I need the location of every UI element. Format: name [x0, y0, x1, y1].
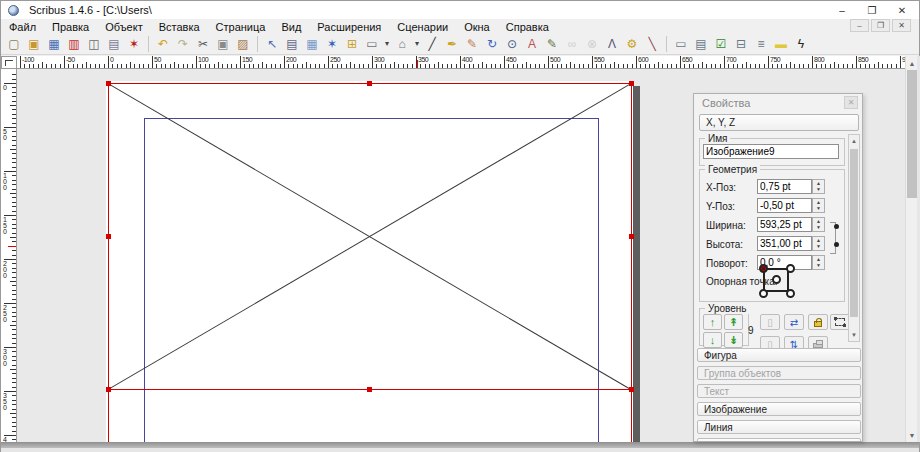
- rotation-spinner[interactable]: ▲▼: [812, 255, 825, 270]
- story-editor-icon[interactable]: ✎: [542, 35, 562, 53]
- menu-item-object[interactable]: Объект: [97, 21, 150, 33]
- basepoint-bottom-left[interactable]: [759, 289, 768, 298]
- mdi-restore-button[interactable]: ❐: [871, 19, 890, 32]
- basepoint-top-left[interactable]: [759, 264, 768, 273]
- print-icon[interactable]: ◫: [84, 35, 104, 53]
- insert-bezier-icon[interactable]: ✒: [442, 35, 462, 53]
- basepoint-selector[interactable]: [759, 264, 795, 298]
- handle-mid-right[interactable]: [629, 234, 634, 239]
- insert-polygon-icon[interactable]: ⌂: [392, 35, 412, 53]
- pdf-checkbox-icon[interactable]: ☑: [711, 35, 731, 53]
- ypos-spinner[interactable]: ▲▼: [812, 198, 825, 213]
- insert-table-icon[interactable]: ⊞: [342, 35, 362, 53]
- height-spinner[interactable]: ▲▼: [812, 236, 825, 251]
- minimize-button[interactable]: –: [827, 1, 857, 19]
- undo-icon[interactable]: ↶: [153, 35, 173, 53]
- handle-top-right[interactable]: [629, 81, 634, 86]
- export-pdf-icon[interactable]: ✶: [124, 35, 144, 53]
- close-button[interactable]: ✕: [887, 1, 917, 19]
- text-annotation-icon[interactable]: ▬: [771, 35, 791, 53]
- palette-scroll-down-icon[interactable]: ▼: [849, 330, 859, 340]
- link-annotation-icon[interactable]: ϟ: [791, 35, 811, 53]
- select-item-icon[interactable]: ↖: [262, 35, 282, 53]
- tab-image[interactable]: Изображение: [697, 402, 861, 416]
- menu-page[interactable]: Страница: [208, 21, 274, 33]
- ypos-input[interactable]: [757, 198, 812, 213]
- handle-top-left[interactable]: [106, 81, 111, 86]
- tab-text[interactable]: Текст: [697, 384, 861, 398]
- shape-dropdown-icon[interactable]: ▾: [382, 35, 392, 53]
- redo-icon[interactable]: ↷: [173, 35, 193, 53]
- lower-button[interactable]: ↓: [703, 332, 722, 348]
- menu-help[interactable]: Справка: [498, 21, 557, 33]
- insert-freehand-icon[interactable]: ✎: [462, 35, 482, 53]
- lock-button[interactable]: [808, 314, 828, 330]
- vertical-ruler[interactable]: 050100150200250300350400: [1, 69, 17, 442]
- menu-insert[interactable]: Вставка: [151, 21, 208, 33]
- pdf-list-box-icon[interactable]: ≡: [751, 35, 771, 53]
- close-document-icon[interactable]: ▥: [64, 35, 84, 53]
- tab-xyz[interactable]: X, Y, Z: [699, 114, 859, 131]
- width-input[interactable]: [757, 217, 812, 232]
- scrollbar-thumb[interactable]: [907, 70, 917, 198]
- mirror-horizontal-button[interactable]: ▯: [760, 314, 780, 330]
- lock-size-button[interactable]: [830, 314, 850, 330]
- raise-to-top-button[interactable]: ↟: [724, 314, 743, 330]
- palette-scrollbar-thumb[interactable]: [850, 149, 858, 317]
- tab-colors[interactable]: Цвета: [697, 438, 861, 442]
- pdf-push-button-icon[interactable]: ▭: [671, 35, 691, 53]
- lower-to-bottom-button[interactable]: ↡: [724, 332, 743, 348]
- flip-horizontal-button[interactable]: ⇄: [784, 314, 804, 330]
- menu-extras[interactable]: Расширения: [309, 21, 389, 33]
- copy-properties-icon[interactable]: ⚙: [622, 35, 642, 53]
- pdf-text-field-icon[interactable]: ▤: [691, 35, 711, 53]
- insert-line-icon[interactable]: ╱: [422, 35, 442, 53]
- edit-contents-icon[interactable]: A: [522, 35, 542, 53]
- link-text-frames-icon[interactable]: ∞: [562, 35, 582, 53]
- preflight-verifier-icon[interactable]: ▤: [104, 35, 124, 53]
- handle-bottom-right[interactable]: [629, 387, 634, 392]
- xpos-input[interactable]: [757, 179, 812, 194]
- handle-bottom-mid[interactable]: [367, 387, 372, 392]
- eyedropper-icon[interactable]: ╲: [642, 35, 662, 53]
- menu-edit[interactable]: Правка: [44, 21, 97, 33]
- menu-scripts[interactable]: Сценарии: [389, 21, 456, 33]
- save-document-icon[interactable]: ▦: [44, 35, 64, 53]
- copy-icon[interactable]: ▣: [213, 35, 233, 53]
- palette-scrollbar[interactable]: ▲ ▼: [848, 134, 860, 342]
- raise-button[interactable]: ↑: [703, 314, 722, 330]
- mdi-minimize-button[interactable]: –: [850, 19, 869, 32]
- unlink-text-frames-icon[interactable]: ⊗: [582, 35, 602, 53]
- tab-line[interactable]: Линия: [697, 420, 861, 434]
- menu-file[interactable]: Файл: [1, 21, 44, 33]
- palette-close-button[interactable]: ✕: [844, 96, 858, 109]
- palette-scroll-up-icon[interactable]: ▲: [849, 136, 859, 146]
- tab-group[interactable]: Группа объектов: [697, 366, 861, 380]
- canvas-vertical-scrollbar[interactable]: ▲ ▼: [905, 56, 917, 442]
- menu-windows[interactable]: Окна: [456, 21, 498, 33]
- insert-shape-icon[interactable]: ▭: [362, 35, 382, 53]
- insert-render-frame-icon[interactable]: ✶: [322, 35, 342, 53]
- xpos-spinner[interactable]: ▲▼: [812, 179, 825, 194]
- basepoint-center[interactable]: [772, 275, 781, 284]
- ruler-origin-box[interactable]: [1, 56, 17, 69]
- handle-mid-left[interactable]: [106, 234, 111, 239]
- handle-top-mid[interactable]: [367, 81, 372, 86]
- open-document-icon[interactable]: ▣: [24, 35, 44, 53]
- cut-icon[interactable]: ✂: [193, 35, 213, 53]
- measurements-icon[interactable]: Λ: [602, 35, 622, 53]
- height-input[interactable]: [757, 236, 812, 251]
- polygon-dropdown-icon[interactable]: ▾: [412, 35, 422, 53]
- name-input[interactable]: [703, 144, 839, 159]
- basepoint-bottom-right[interactable]: [786, 289, 795, 298]
- horizontal-ruler[interactable]: -100-50050100150200250300350400450500550…: [17, 56, 905, 69]
- link-width-height-icon[interactable]: [830, 220, 840, 256]
- insert-image-frame-icon[interactable]: ▦: [302, 35, 322, 53]
- paste-icon[interactable]: ▨: [233, 35, 253, 53]
- tab-shape[interactable]: Фигура: [697, 348, 861, 362]
- insert-text-frame-icon[interactable]: ▤: [282, 35, 302, 53]
- handle-bottom-left[interactable]: [106, 387, 111, 392]
- width-spinner[interactable]: ▲▼: [812, 217, 825, 232]
- new-document-icon[interactable]: ▢: [4, 35, 24, 53]
- restore-button[interactable]: ❐: [857, 1, 887, 19]
